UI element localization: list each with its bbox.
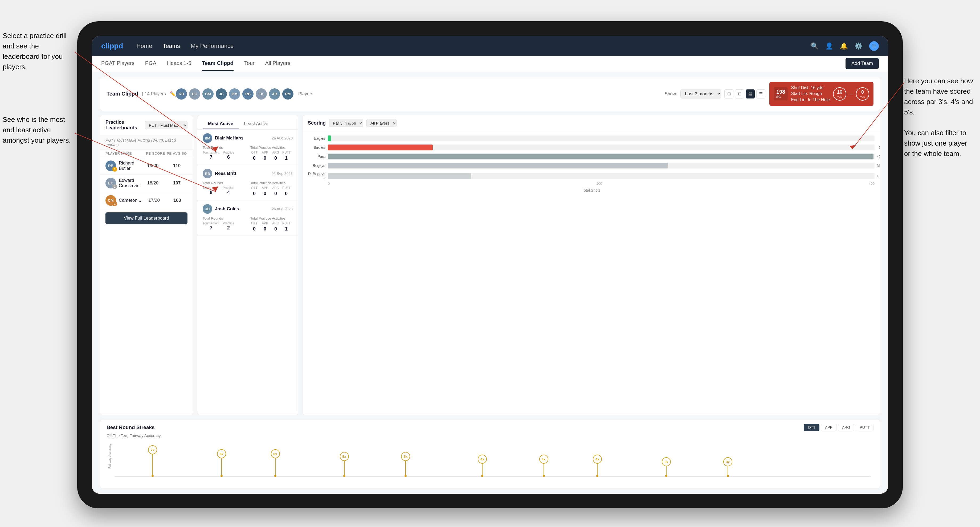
- stats-text: Shot Dist: 16 yds Start Lie: Rough End L…: [791, 85, 830, 103]
- show-controls: Show: Last 3 months ⊞ ⊟ ▤ ☰: [665, 89, 765, 98]
- nav-performance[interactable]: My Performance: [191, 43, 234, 49]
- streak-y-label: Fairway Accuracy: [108, 444, 111, 469]
- bar-chart: Eagles 3 Birdies 96 Pars 499 Bogeys 311: [308, 135, 875, 180]
- players-label: Players: [298, 91, 313, 97]
- drill-subtitle: PUTT Must Make Putting (3-6 ft), Last 3 …: [100, 135, 193, 150]
- bar-fill: [328, 144, 433, 151]
- list-view-btn[interactable]: ☰: [756, 89, 765, 98]
- add-team-button[interactable]: Add Team: [845, 58, 879, 69]
- player-avatar-8[interactable]: AB: [269, 88, 280, 100]
- tab-most-active[interactable]: Most Active: [203, 119, 239, 129]
- streak-dot-7[interactable]: 4x: [596, 463, 598, 477]
- bottom-title: Best Round Streaks: [107, 424, 155, 430]
- streak-dot-5[interactable]: 4x: [481, 463, 483, 477]
- player-avatar-1[interactable]: RB: [176, 88, 187, 100]
- pa-tournament-col-3: Tournament 7: [203, 221, 220, 231]
- edit-icon[interactable]: ✏️: [170, 91, 176, 97]
- navbar-icons: 🔍 👤 🔔 ⚙️ U: [811, 41, 879, 51]
- stats-circles: 16 yds — 0 yds: [833, 87, 869, 101]
- streak-dot-0[interactable]: 7x: [151, 454, 154, 477]
- bronze-medal: 3: [112, 202, 117, 206]
- team-info: Team Clippd | 14 Players ✏️: [107, 91, 176, 97]
- filter-arg[interactable]: ARG: [838, 424, 854, 431]
- bar-fill: [328, 154, 873, 159]
- person-icon[interactable]: 👤: [825, 42, 833, 50]
- bar-label: Eagles: [308, 136, 325, 141]
- streak-chart: Fairway Accuracy 7x 6x 6x 5x 5x 4x 4x: [107, 441, 873, 484]
- nav-teams[interactable]: Teams: [163, 43, 180, 49]
- subnav-pga[interactable]: PGA: [145, 56, 156, 71]
- settings-icon[interactable]: ⚙️: [854, 42, 862, 50]
- player-avatar-4[interactable]: JC: [216, 88, 227, 100]
- stats-badge: 198 SC: [773, 87, 788, 100]
- drill-select[interactable]: PUTT Must Make Putting...: [145, 121, 188, 129]
- player-activity-3: JC Josh Coles 26 Aug 2023 Total Rounds T…: [197, 200, 298, 236]
- lb-score-3: 17/20: [144, 198, 164, 203]
- grid2-view-btn[interactable]: ⊞: [724, 89, 733, 98]
- bell-icon[interactable]: 🔔: [840, 42, 848, 50]
- pa-rounds-label-3: Total Rounds: [203, 216, 245, 221]
- bar-track: 96: [328, 144, 875, 151]
- player-avatar-9[interactable]: PM: [282, 88, 293, 100]
- bar-track: 131: [328, 173, 875, 179]
- streak-dot-3[interactable]: 5x: [343, 460, 345, 477]
- x-axis-title: Total Shots: [308, 188, 875, 192]
- scoring-card: Scoring Par 3, 4 & 5s All Players Eagles…: [302, 115, 880, 415]
- filter-ott[interactable]: OTT: [804, 424, 819, 431]
- leaderboard-item-2[interactable]: EC 2 Edward Crossman 18/20 107: [100, 175, 193, 192]
- pa-act-values-2: 0 0 0 0: [250, 191, 293, 197]
- streak-dot-1[interactable]: 6x: [221, 457, 223, 477]
- players-filter[interactable]: All Players: [366, 119, 396, 127]
- tablet-frame: clippd Home Teams My Performance 🔍 👤 🔔 ⚙…: [77, 21, 903, 508]
- bar-value: 131: [877, 174, 880, 178]
- filter-putt[interactable]: PUTT: [856, 424, 873, 431]
- streak-dot-6[interactable]: 4x: [543, 463, 545, 477]
- pa-tournament-col-2: Tournament 8: [203, 186, 220, 195]
- grid3-view-btn[interactable]: ⊟: [735, 89, 744, 98]
- streak-dot-8[interactable]: 3x: [665, 465, 667, 477]
- subnav-hcaps[interactable]: Hcaps 1-5: [167, 56, 191, 71]
- subnav-team-clippd[interactable]: Team Clippd: [202, 56, 234, 71]
- annotation-bottom-left: See who is the most and least active amo…: [3, 114, 75, 146]
- search-icon[interactable]: 🔍: [811, 42, 819, 50]
- player-avatar-6[interactable]: RB: [242, 88, 253, 100]
- bar-track: 311: [328, 163, 875, 168]
- streak-dot-9[interactable]: 3x: [727, 465, 729, 477]
- avatar[interactable]: U: [869, 41, 879, 51]
- pa-date-1: 26 Aug 2023: [272, 136, 293, 140]
- player-activity-2: RB Rees Britt 02 Sep 2023 Total Rounds T…: [197, 165, 298, 200]
- subnav: PGAT Players PGA Hcaps 1-5 Team Clippd T…: [92, 56, 888, 71]
- nav-home[interactable]: Home: [136, 43, 152, 49]
- player-avatar-5[interactable]: BM: [229, 88, 240, 100]
- bar-value: 311: [877, 163, 880, 168]
- player-avatar-3[interactable]: CM: [202, 88, 213, 100]
- tab-least-active[interactable]: Least Active: [239, 119, 274, 129]
- pa-total-rounds-2: Total Rounds Tournament 8 Practice 4: [203, 181, 245, 197]
- streak-dot-2[interactable]: 6x: [274, 457, 277, 477]
- bar-row-pars: Pars 499: [308, 154, 875, 159]
- player-avatar-2[interactable]: EC: [189, 88, 200, 100]
- bar-fill: [328, 163, 668, 168]
- subnav-pgat[interactable]: PGAT Players: [101, 56, 135, 71]
- pa-act-labels-3: OTT APP ARG PUTT: [250, 221, 293, 225]
- activity-tabs: Most Active Least Active: [197, 115, 298, 130]
- leaderboard-item-3[interactable]: CM 3 Cameron... 17/20 103: [100, 192, 193, 209]
- show-select[interactable]: Last 3 months: [680, 89, 721, 98]
- subnav-all-players[interactable]: All Players: [265, 56, 290, 71]
- pa-total-rounds-3: Total Rounds Tournament 7 Practice 2: [203, 216, 245, 232]
- streak-dot-4[interactable]: 5x: [404, 460, 407, 477]
- view-leaderboard-button[interactable]: View Full Leaderboard: [105, 213, 188, 224]
- lb-avg-2: 107: [166, 181, 188, 186]
- pa-name-3: Josh Coles: [215, 206, 269, 211]
- pa-avatar-3: JC: [203, 204, 212, 214]
- par-filter[interactable]: Par 3, 4 & 5s: [329, 119, 363, 127]
- best-round-streaks: Best Round Streaks OTT APP ARG PUTT Off …: [100, 419, 880, 488]
- card-view-btn[interactable]: ▤: [746, 89, 755, 98]
- subnav-tour[interactable]: Tour: [244, 56, 255, 71]
- show-label: Show:: [665, 91, 677, 97]
- leaderboard-item-1[interactable]: RB 1 Richard Butler 19/20 110: [100, 157, 193, 175]
- lb-avg-3: 103: [167, 198, 188, 203]
- filter-app[interactable]: APP: [821, 424, 837, 431]
- player-avatar-7[interactable]: TK: [256, 88, 267, 100]
- practice-card-header: Practice Leaderboards PUTT Must Make Put…: [100, 115, 193, 135]
